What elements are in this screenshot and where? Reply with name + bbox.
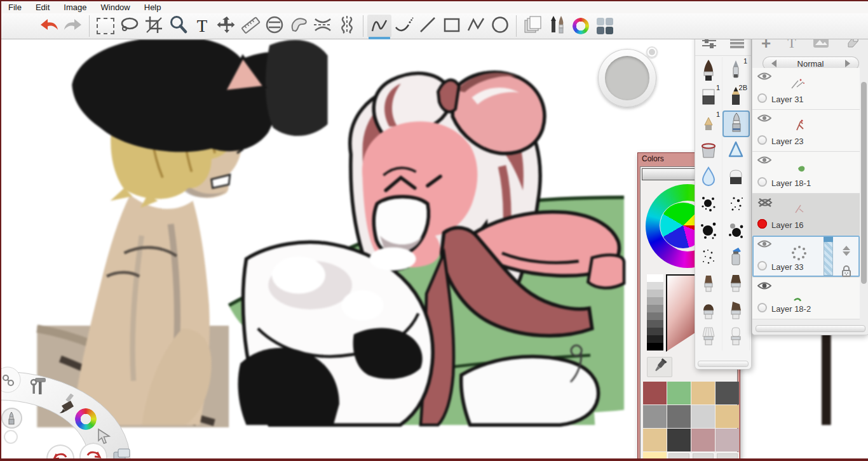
text-tool-button[interactable]: T bbox=[190, 15, 214, 37]
polyline-tool-button[interactable] bbox=[464, 15, 488, 37]
layer-name: Layer 31 bbox=[771, 95, 804, 104]
zoom-button[interactable] bbox=[166, 15, 190, 37]
swatch[interactable] bbox=[715, 382, 739, 404]
brush-bristle-small[interactable] bbox=[695, 271, 722, 297]
swatch[interactable] bbox=[715, 429, 739, 451]
brush-eraser-hard[interactable]: 1 bbox=[695, 84, 722, 110]
swatch[interactable] bbox=[715, 405, 739, 428]
brush-flat-white[interactable] bbox=[722, 324, 750, 351]
brush-splat-large[interactable] bbox=[695, 217, 722, 244]
layer-row[interactable]: Layer 31 bbox=[752, 68, 860, 110]
ellipse-guide-button[interactable] bbox=[262, 15, 287, 37]
layers-toggle-button[interactable] bbox=[520, 15, 545, 37]
blend-prev-icon[interactable] bbox=[768, 60, 776, 67]
brush-dots-sparse[interactable] bbox=[695, 244, 722, 271]
layer-row[interactable]: Layer 23 bbox=[752, 110, 860, 152]
links-icon[interactable] bbox=[1, 373, 15, 387]
brush-fill-bucket[interactable] bbox=[695, 137, 722, 164]
rectangle-icon bbox=[442, 15, 461, 37]
layer-radio[interactable] bbox=[757, 303, 767, 312]
brush-fan-white[interactable] bbox=[695, 324, 722, 351]
select-marquee-button[interactable] bbox=[93, 15, 118, 37]
swatch[interactable] bbox=[667, 429, 691, 451]
swatch[interactable] bbox=[691, 429, 715, 451]
layer-row[interactable]: Layer 18-2 bbox=[752, 277, 860, 319]
interface-toggle-button[interactable] bbox=[593, 15, 617, 37]
menu-edit[interactable]: Edit bbox=[29, 1, 57, 13]
ruler-button[interactable] bbox=[238, 15, 262, 37]
brush-eraser-soft[interactable] bbox=[722, 164, 750, 190]
brushes-toggle-button[interactable] bbox=[545, 15, 569, 37]
eye-icon[interactable] bbox=[757, 281, 771, 293]
brush-water-drop[interactable] bbox=[695, 164, 722, 190]
steady-stroke-icon bbox=[393, 16, 414, 36]
layer-radio[interactable] bbox=[757, 93, 767, 103]
layer-row[interactable]: Layer 16 bbox=[752, 194, 860, 236]
brush-round[interactable] bbox=[695, 57, 722, 84]
layer-move-icon[interactable] bbox=[843, 242, 850, 260]
transform-button[interactable] bbox=[214, 15, 238, 37]
undo-button[interactable] bbox=[37, 15, 61, 37]
brush-bristle-dome[interactable] bbox=[695, 297, 722, 324]
select-lasso-button[interactable] bbox=[118, 15, 142, 37]
swatch[interactable] bbox=[643, 405, 667, 428]
menu-window[interactable]: Window bbox=[94, 1, 137, 13]
layer-radio[interactable] bbox=[757, 261, 767, 271]
menu-file[interactable]: File bbox=[1, 1, 29, 13]
current-color-bubble[interactable] bbox=[4, 430, 18, 444]
symmetry-horizontal-button[interactable] bbox=[311, 15, 335, 37]
brush-pencil-2b[interactable]: 2B bbox=[722, 84, 750, 110]
brush-puck[interactable] bbox=[598, 49, 656, 107]
menu-image[interactable]: Image bbox=[57, 1, 93, 13]
eye-hidden-icon[interactable] bbox=[757, 197, 773, 210]
brush-pen[interactable]: 1 bbox=[722, 57, 750, 84]
ellipse-tool-button[interactable] bbox=[488, 15, 512, 37]
layer-thumbnail bbox=[785, 200, 813, 223]
brush-splatter-spray[interactable] bbox=[722, 190, 750, 217]
puck-pin-button[interactable] bbox=[646, 46, 658, 58]
crop-button[interactable] bbox=[142, 15, 166, 37]
brush-palette-resize-handle[interactable] bbox=[698, 361, 749, 367]
layers-scrollbar[interactable] bbox=[861, 82, 867, 284]
steady-stroke-button[interactable] bbox=[391, 15, 416, 37]
menu-help[interactable]: Help bbox=[137, 1, 168, 13]
brush-spray-can[interactable] bbox=[722, 244, 750, 271]
layer-radio[interactable] bbox=[757, 177, 767, 187]
color-wheel-icon[interactable] bbox=[75, 408, 97, 430]
brush-airbrush[interactable] bbox=[722, 137, 750, 164]
french-curve-button[interactable] bbox=[287, 15, 311, 37]
layer-row[interactable]: Layer 18-1 bbox=[752, 152, 860, 194]
eye-icon[interactable] bbox=[757, 114, 771, 125]
layer-row-active[interactable]: Layer 33 bbox=[752, 236, 860, 277]
current-brush-bubble[interactable] bbox=[1, 408, 22, 429]
layer-radio[interactable] bbox=[757, 135, 767, 145]
rectangle-tool-button[interactable] bbox=[440, 15, 464, 37]
swatch[interactable] bbox=[643, 382, 667, 404]
swatch[interactable] bbox=[667, 405, 691, 428]
swatch[interactable] bbox=[643, 429, 667, 451]
swatch[interactable] bbox=[691, 405, 715, 428]
freehand-stroke-button[interactable] bbox=[367, 15, 391, 37]
line-tool-button[interactable] bbox=[416, 15, 440, 37]
redo-button[interactable] bbox=[61, 15, 85, 37]
grayscale-ramp[interactable] bbox=[647, 274, 663, 351]
swatch[interactable] bbox=[691, 382, 715, 404]
brush-bristle-angled[interactable] bbox=[722, 297, 750, 324]
eye-icon[interactable] bbox=[757, 72, 771, 83]
eyedropper-button[interactable] bbox=[647, 357, 672, 377]
symmetry-vertical-button[interactable] bbox=[335, 15, 359, 37]
swatch[interactable] bbox=[667, 382, 691, 404]
blend-next-icon[interactable] bbox=[845, 60, 854, 67]
layer-marker[interactable] bbox=[757, 219, 767, 229]
eye-icon[interactable] bbox=[757, 156, 771, 167]
brush-bristle-medium[interactable] bbox=[722, 271, 750, 297]
brush-marker[interactable]: 1 bbox=[695, 110, 722, 137]
brush-ink-pen[interactable] bbox=[722, 110, 750, 137]
brush-splatter-cluster[interactable] bbox=[695, 190, 722, 217]
tools-icon[interactable] bbox=[29, 376, 50, 398]
brush-splat-blob[interactable] bbox=[722, 217, 750, 244]
eye-icon[interactable] bbox=[757, 239, 771, 251]
layer-opacity-slider[interactable] bbox=[824, 237, 833, 276]
layers-panel-resize-handle[interactable] bbox=[756, 325, 865, 332]
color-editor-toggle-button[interactable] bbox=[569, 15, 593, 37]
